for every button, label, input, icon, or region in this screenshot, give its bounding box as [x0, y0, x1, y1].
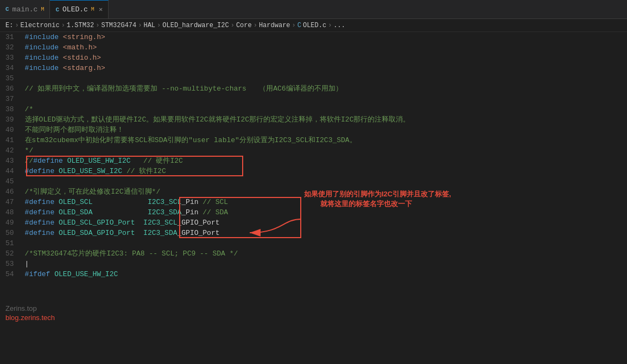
breadcrumb-stm32: 1.STM32: [67, 22, 94, 29]
line-number-39: 39: [5, 114, 25, 125]
line-code-36: // 如果用到中文，编译器附加选项需要加 --no-multibyte-char…: [25, 84, 410, 94]
line-code-37: [25, 94, 410, 104]
line-code-52: /*STM32G474芯片的硬件I2C3: PA8 -- SCL; PC9 --…: [25, 248, 410, 259]
line-code-45: [25, 176, 410, 187]
code-line-52: 52/*STM32G474芯片的硬件I2C3: PA8 -- SCL; PC9 …: [5, 248, 410, 259]
tab-oled-c-icon: C: [55, 7, 59, 13]
code-line-48: 48#define OLED_SDA I2C3_SDA_Pin // SDA: [5, 207, 410, 218]
line-number-37: 37: [5, 94, 25, 104]
line-number-34: 34: [5, 63, 25, 73]
line-number-32: 32: [5, 42, 25, 53]
breadcrumb-hal: HAL: [143, 22, 155, 29]
line-code-31: #include <string.h>: [25, 32, 410, 42]
line-code-39: 选择OLED驱动方式，默认使用硬件I2C。如果要用软件I2C就将硬件I2C那行的…: [25, 114, 410, 125]
line-code-34: #include <stdarg.h>: [25, 63, 410, 73]
line-code-50: #define OLED_SDA_GPIO_Port I2C3_SDA_GPIO…: [25, 228, 410, 238]
breadcrumb-core: Core: [236, 22, 252, 29]
code-line-34: 34#include <stdarg.h>: [5, 63, 410, 73]
code-line-50: 50#define OLED_SDA_GPIO_Port I2C3_SDA_GP…: [5, 228, 410, 238]
code-line-31: 31#include <string.h>: [5, 32, 410, 42]
code-line-42: 42*/: [5, 145, 410, 156]
line-code-43: //#define OLED_USE_HW_I2C // 硬件I2C: [25, 156, 410, 166]
code-editor[interactable]: 31#include <string.h>32#include <math.h>…: [0, 32, 410, 364]
line-number-51: 51: [5, 238, 25, 248]
line-code-32: #include <math.h>: [25, 42, 410, 53]
line-number-35: 35: [5, 73, 25, 84]
line-number-40: 40: [5, 125, 25, 135]
tab-main-c-icon: C: [5, 6, 9, 12]
code-line-51: 51: [5, 238, 410, 248]
line-number-46: 46: [5, 187, 25, 197]
code-line-36: 36// 如果用到中文，编译器附加选项需要加 --no-multibyte-ch…: [5, 84, 410, 94]
tab-oled-c-label: OLED.c: [62, 5, 88, 14]
breadcrumb-e: E:: [5, 22, 13, 29]
code-content: 31#include <string.h>32#include <math.h>…: [0, 32, 410, 364]
line-code-40: 不能同时两个都同时取消注释！: [25, 125, 410, 135]
code-line-43: 43//#define OLED_USE_HW_I2C // 硬件I2C: [5, 156, 410, 166]
breadcrumb-oled-c-file: OLED.c: [303, 22, 326, 29]
code-line-44: 44#define OLED_USE_SW_I2C // 软件I2C: [5, 166, 410, 176]
tab-oled-c[interactable]: C OLED.c M ✕: [50, 0, 109, 18]
code-line-32: 32#include <math.h>: [5, 42, 410, 53]
line-code-54: #ifdef OLED_USE_HW_I2C: [25, 269, 410, 279]
line-number-44: 44: [5, 166, 25, 176]
code-line-53: 53|: [5, 259, 410, 269]
line-number-49: 49: [5, 218, 25, 228]
breadcrumb-stm32g474: STM32G474: [101, 22, 136, 29]
breadcrumb-oled-hw-i2c: OLED_hardware_I2C: [162, 22, 229, 29]
breadcrumb-electronic: Electronic: [21, 22, 60, 29]
tab-oled-c-modified: M: [91, 7, 94, 12]
line-code-49: #define OLED_SCL_GPIO_Port I2C3_SCL_GPIO…: [25, 218, 410, 228]
line-number-33: 33: [5, 53, 25, 63]
line-number-53: 53: [5, 259, 25, 269]
breadcrumb-oled-c-icon-crumb: C: [297, 22, 301, 29]
tab-main-c[interactable]: C main.c M: [0, 0, 50, 18]
line-number-52: 52: [5, 248, 25, 259]
line-number-45: 45: [5, 176, 25, 187]
breadcrumb-ellipsis: ...: [333, 22, 345, 29]
code-line-33: 33#include <stdio.h>: [5, 53, 410, 63]
line-code-46: /*引脚定义，可在此处修改I2C通信引脚*/: [25, 187, 410, 197]
editor-wrapper: 31#include <string.h>32#include <math.h>…: [0, 32, 627, 364]
tab-bar: C main.c M C OLED.c M ✕: [0, 0, 627, 19]
code-line-38: 38/*: [5, 104, 410, 114]
code-line-46: 46/*引脚定义，可在此处修改I2C通信引脚*/: [5, 187, 410, 197]
line-code-48: #define OLED_SDA I2C3_SDA_Pin // SDA: [25, 207, 410, 218]
line-code-33: #include <stdio.h>: [25, 53, 410, 63]
line-number-42: 42: [5, 145, 25, 156]
line-number-41: 41: [5, 135, 25, 145]
line-number-36: 36: [5, 84, 25, 94]
line-code-47: #define OLED_SCL I2C3_SCL_Pin // SCL: [25, 197, 410, 207]
tab-oled-c-close[interactable]: ✕: [99, 5, 103, 14]
line-number-50: 50: [5, 228, 25, 238]
line-code-44: #define OLED_USE_SW_I2C // 软件I2C: [25, 166, 410, 176]
breadcrumb-hardware: Hardware: [259, 22, 290, 29]
line-number-47: 47: [5, 197, 25, 207]
code-line-37: 37: [5, 94, 410, 104]
breadcrumb: E: › Electronic › 1.STM32 › STM32G474 › …: [0, 19, 627, 32]
line-code-35: [25, 73, 410, 84]
code-line-45: 45: [5, 176, 410, 187]
line-number-43: 43: [5, 156, 25, 166]
line-code-53: |: [25, 259, 410, 269]
code-line-54: 54#ifdef OLED_USE_HW_I2C: [5, 269, 410, 279]
code-line-35: 35: [5, 73, 410, 84]
line-code-42: */: [25, 145, 410, 156]
line-number-54: 54: [5, 269, 25, 279]
code-line-40: 40不能同时两个都同时取消注释！: [5, 125, 410, 135]
line-code-51: [25, 238, 410, 248]
tab-main-c-label: main.c: [12, 5, 38, 14]
code-line-41: 41在stm32cubemx中初始化时需要将SCL和SDA引脚的"user la…: [5, 135, 410, 145]
code-line-47: 47#define OLED_SCL I2C3_SCL_Pin // SCL: [5, 197, 410, 207]
code-line-39: 39选择OLED驱动方式，默认使用硬件I2C。如果要用软件I2C就将硬件I2C那…: [5, 114, 410, 125]
line-number-48: 48: [5, 207, 25, 218]
line-number-31: 31: [5, 32, 25, 42]
code-line-49: 49#define OLED_SCL_GPIO_Port I2C3_SCL_GP…: [5, 218, 410, 228]
line-code-38: /*: [25, 104, 410, 114]
line-code-41: 在stm32cubemx中初始化时需要将SCL和SDA引脚的"user labl…: [25, 135, 410, 145]
tab-main-c-modified: M: [41, 7, 44, 12]
line-number-38: 38: [5, 104, 25, 114]
